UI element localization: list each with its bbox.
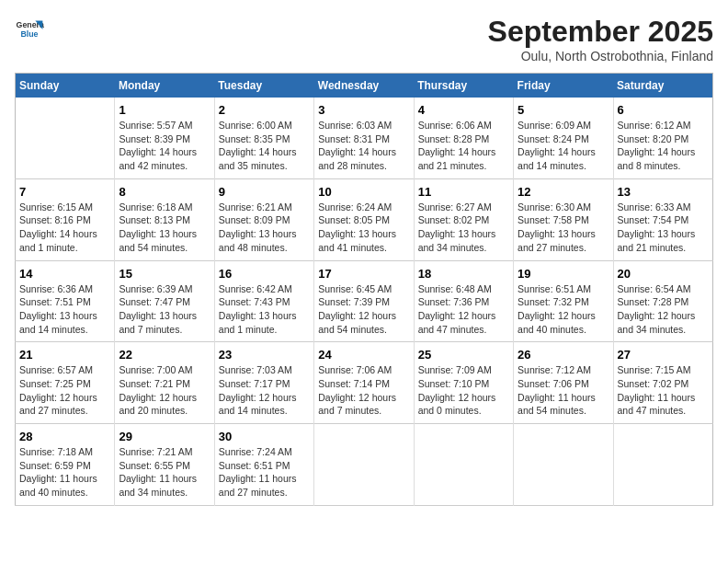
day-header-friday: Friday: [514, 74, 613, 98]
day-info: Sunrise: 6:03 AMSunset: 8:31 PMDaylight:…: [318, 119, 409, 173]
calendar-cell: 25Sunrise: 7:09 AMSunset: 7:10 PMDayligh…: [414, 342, 513, 424]
day-info: Sunrise: 7:21 AMSunset: 6:55 PMDaylight:…: [119, 445, 210, 500]
day-number: 4: [418, 103, 509, 117]
calendar-cell: [16, 98, 115, 178]
calendar-cell: 20Sunrise: 6:54 AMSunset: 7:28 PMDayligh…: [613, 260, 712, 342]
logo: General Blue: [15, 15, 44, 44]
week-row-4: 21Sunrise: 6:57 AMSunset: 7:25 PMDayligh…: [16, 342, 713, 424]
calendar-cell: 26Sunrise: 7:12 AMSunset: 7:06 PMDayligh…: [514, 342, 613, 424]
week-row-5: 28Sunrise: 7:18 AMSunset: 6:59 PMDayligh…: [16, 424, 713, 506]
day-number: 2: [219, 103, 310, 117]
day-info: Sunrise: 6:39 AMSunset: 7:47 PMDaylight:…: [119, 282, 210, 337]
day-number: 13: [618, 185, 709, 199]
calendar-cell: [613, 424, 712, 506]
day-info: Sunrise: 7:15 AMSunset: 7:02 PMDaylight:…: [618, 363, 709, 418]
day-number: 29: [119, 430, 210, 443]
day-info: Sunrise: 6:48 AMSunset: 7:36 PMDaylight:…: [418, 282, 509, 337]
calendar-cell: 2Sunrise: 6:00 AMSunset: 8:35 PMDaylight…: [214, 98, 313, 178]
day-header-wednesday: Wednesday: [314, 74, 414, 98]
day-info: Sunrise: 6:33 AMSunset: 7:54 PMDaylight:…: [618, 201, 709, 255]
day-number: 26: [518, 348, 609, 362]
calendar-cell: 30Sunrise: 7:24 AMSunset: 6:51 PMDayligh…: [214, 424, 313, 506]
day-number: 9: [219, 185, 310, 199]
day-number: 8: [119, 185, 210, 199]
day-number: 25: [418, 348, 509, 362]
day-header-saturday: Saturday: [613, 74, 712, 98]
calendar-cell: 11Sunrise: 6:27 AMSunset: 8:02 PMDayligh…: [414, 178, 513, 260]
day-number: 23: [219, 348, 310, 362]
day-info: Sunrise: 6:12 AMSunset: 8:20 PMDaylight:…: [618, 119, 709, 173]
day-info: Sunrise: 6:36 AMSunset: 7:51 PMDaylight:…: [19, 282, 110, 337]
location: Oulu, North Ostrobothnia, Finland: [488, 49, 713, 63]
calendar-cell: 9Sunrise: 6:21 AMSunset: 8:09 PMDaylight…: [214, 178, 313, 260]
calendar-cell: 6Sunrise: 6:12 AMSunset: 8:20 PMDaylight…: [613, 98, 712, 178]
day-info: Sunrise: 5:57 AMSunset: 8:39 PMDaylight:…: [119, 119, 210, 173]
day-info: Sunrise: 6:24 AMSunset: 8:05 PMDaylight:…: [318, 201, 409, 255]
day-info: Sunrise: 6:45 AMSunset: 7:39 PMDaylight:…: [318, 282, 409, 337]
day-info: Sunrise: 6:42 AMSunset: 7:43 PMDaylight:…: [219, 282, 310, 337]
week-row-3: 14Sunrise: 6:36 AMSunset: 7:51 PMDayligh…: [16, 260, 713, 342]
day-number: 27: [618, 348, 709, 362]
day-info: Sunrise: 6:27 AMSunset: 8:02 PMDaylight:…: [418, 201, 509, 255]
calendar-cell: 19Sunrise: 6:51 AMSunset: 7:32 PMDayligh…: [514, 260, 613, 342]
day-number: 6: [618, 103, 709, 117]
calendar-cell: 16Sunrise: 6:42 AMSunset: 7:43 PMDayligh…: [214, 260, 313, 342]
day-number: 10: [318, 185, 409, 199]
calendar-cell: 5Sunrise: 6:09 AMSunset: 8:24 PMDaylight…: [514, 98, 613, 178]
day-number: 30: [219, 430, 310, 443]
calendar-cell: 23Sunrise: 7:03 AMSunset: 7:17 PMDayligh…: [214, 342, 313, 424]
day-header-monday: Monday: [115, 74, 214, 98]
calendar-cell: 28Sunrise: 7:18 AMSunset: 6:59 PMDayligh…: [16, 424, 115, 506]
day-info: Sunrise: 7:24 AMSunset: 6:51 PMDaylight:…: [219, 445, 310, 500]
day-header-thursday: Thursday: [414, 74, 513, 98]
day-number: 24: [318, 348, 409, 362]
month-title: September 2025: [488, 15, 713, 49]
day-info: Sunrise: 7:00 AMSunset: 7:21 PMDaylight:…: [119, 363, 210, 418]
calendar-cell: 7Sunrise: 6:15 AMSunset: 8:16 PMDaylight…: [16, 178, 115, 260]
calendar-cell: 1Sunrise: 5:57 AMSunset: 8:39 PMDaylight…: [115, 98, 214, 178]
day-number: 21: [19, 348, 110, 362]
day-info: Sunrise: 6:51 AMSunset: 7:32 PMDaylight:…: [518, 282, 609, 337]
day-info: Sunrise: 7:18 AMSunset: 6:59 PMDaylight:…: [19, 445, 110, 500]
day-info: Sunrise: 7:12 AMSunset: 7:06 PMDaylight:…: [518, 363, 609, 418]
day-number: 18: [418, 267, 509, 281]
day-info: Sunrise: 6:21 AMSunset: 8:09 PMDaylight:…: [219, 201, 310, 255]
calendar-cell: [514, 424, 613, 506]
day-info: Sunrise: 6:57 AMSunset: 7:25 PMDaylight:…: [19, 363, 110, 418]
day-number: 7: [19, 185, 110, 199]
calendar-cell: 15Sunrise: 6:39 AMSunset: 7:47 PMDayligh…: [115, 260, 214, 342]
day-info: Sunrise: 6:00 AMSunset: 8:35 PMDaylight:…: [219, 119, 310, 173]
day-info: Sunrise: 6:30 AMSunset: 7:58 PMDaylight:…: [518, 201, 609, 255]
day-number: 11: [418, 185, 509, 199]
calendar-cell: 24Sunrise: 7:06 AMSunset: 7:14 PMDayligh…: [314, 342, 414, 424]
day-header-tuesday: Tuesday: [214, 74, 313, 98]
calendar-cell: 21Sunrise: 6:57 AMSunset: 7:25 PMDayligh…: [16, 342, 115, 424]
calendar-cell: 27Sunrise: 7:15 AMSunset: 7:02 PMDayligh…: [613, 342, 712, 424]
day-info: Sunrise: 6:18 AMSunset: 8:13 PMDaylight:…: [119, 201, 210, 255]
calendar-cell: [314, 424, 414, 506]
day-info: Sunrise: 7:03 AMSunset: 7:17 PMDaylight:…: [219, 363, 310, 418]
logo-icon: General Blue: [15, 15, 44, 44]
calendar-cell: 13Sunrise: 6:33 AMSunset: 7:54 PMDayligh…: [613, 178, 712, 260]
day-number: 22: [119, 348, 210, 362]
day-header-sunday: Sunday: [16, 74, 115, 98]
title-area: September 2025 Oulu, North Ostrobothnia,…: [488, 15, 713, 63]
day-number: 20: [618, 267, 709, 281]
calendar-cell: 3Sunrise: 6:03 AMSunset: 8:31 PMDaylight…: [314, 98, 414, 178]
day-number: 1: [119, 103, 210, 117]
week-row-1: 1Sunrise: 5:57 AMSunset: 8:39 PMDaylight…: [16, 98, 713, 178]
day-number: 12: [518, 185, 609, 199]
calendar-cell: 8Sunrise: 6:18 AMSunset: 8:13 PMDaylight…: [115, 178, 214, 260]
svg-text:Blue: Blue: [20, 29, 38, 39]
calendar-table: SundayMondayTuesdayWednesdayThursdayFrid…: [15, 73, 713, 506]
day-info: Sunrise: 6:54 AMSunset: 7:28 PMDaylight:…: [618, 282, 709, 337]
day-info: Sunrise: 6:09 AMSunset: 8:24 PMDaylight:…: [518, 119, 609, 173]
calendar-cell: 17Sunrise: 6:45 AMSunset: 7:39 PMDayligh…: [314, 260, 414, 342]
calendar-cell: [414, 424, 513, 506]
calendar-cell: 10Sunrise: 6:24 AMSunset: 8:05 PMDayligh…: [314, 178, 414, 260]
calendar-cell: 22Sunrise: 7:00 AMSunset: 7:21 PMDayligh…: [115, 342, 214, 424]
page-header: General Blue September 2025 Oulu, North …: [15, 15, 713, 63]
day-number: 3: [318, 103, 409, 117]
day-number: 28: [19, 430, 110, 443]
day-info: Sunrise: 6:15 AMSunset: 8:16 PMDaylight:…: [19, 201, 110, 255]
